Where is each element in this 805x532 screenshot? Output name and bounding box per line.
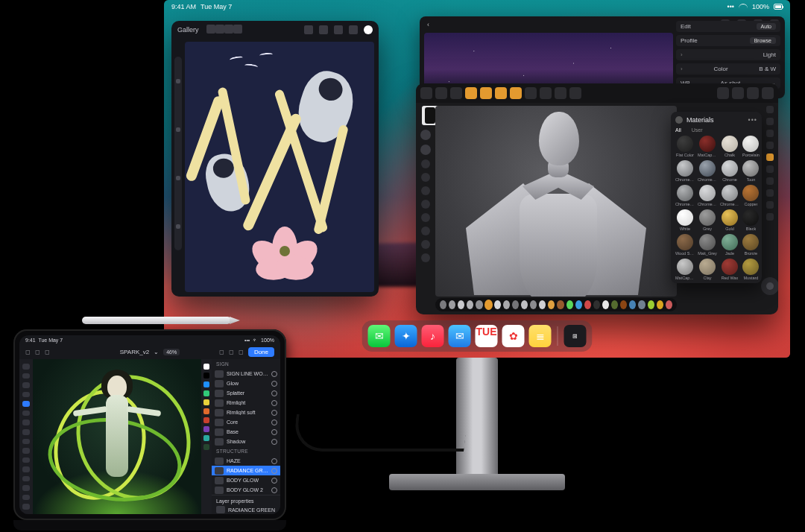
materials-more-icon[interactable]: ••• [748,116,757,124]
sculpt-app-window[interactable]: Materials ••• All User Flat ColorMatCap … [416,83,778,314]
select-tool[interactable] [22,373,30,379]
dock-app-safari[interactable]: ✦ [395,325,417,347]
brush-preset[interactable] [557,300,564,309]
eyedrop-tool[interactable] [22,485,30,491]
smudge-icon[interactable] [319,25,328,34]
material-item[interactable]: Red Wax [720,259,739,280]
home-icon[interactable] [420,87,432,99]
sculpt-tool-8[interactable] [421,240,430,249]
material-item[interactable]: Chalk [720,136,739,157]
menu-icon[interactable]: ◻ [35,349,40,355]
pencil-tool[interactable] [22,411,30,417]
brush-preset[interactable] [566,300,573,309]
layer-row[interactable]: Glow [212,379,280,388]
sculpt-option-1[interactable] [766,118,774,125]
sculpt-brush-bar[interactable] [435,298,677,311]
brush-preset[interactable] [611,300,618,309]
material-item[interactable]: Clay [698,259,717,280]
layer-row[interactable]: BODY GLOW [212,475,280,485]
gradient-tool[interactable] [22,476,30,482]
text-tool[interactable] [22,457,30,463]
brush-tool[interactable] [22,401,30,407]
layers-panel[interactable]: SIGN SIGN LINE WORKGlowSplatterRimlightR… [212,359,280,514]
material-item[interactable]: Flat Color [675,136,695,157]
sculpt-tool-4[interactable] [421,186,430,195]
visibility-toggle[interactable] [271,458,277,464]
material-item[interactable]: Chrome G… [675,185,695,206]
material-item[interactable]: White [675,209,695,231]
document-title[interactable]: SPARK_v2 [120,349,149,355]
paint-icon[interactable] [569,87,581,99]
visibility-toggle[interactable] [271,439,277,445]
brush-preset[interactable] [530,300,537,309]
home-icon[interactable]: ◻ [25,349,31,355]
sculpt-option-4[interactable] [766,153,774,161]
lasso-tool[interactable] [22,382,30,388]
layer-row[interactable]: Rimlight soft [212,408,280,417]
brush-preset[interactable] [584,300,591,309]
share-icon[interactable]: ◻ [239,349,244,355]
brush-preset[interactable] [539,300,546,309]
nav-cube-icon[interactable] [761,277,778,295]
done-button[interactable]: Done [248,347,274,357]
color-swatch[interactable] [203,444,209,450]
erase-icon[interactable] [334,25,343,34]
dock-app-photos[interactable]: ✿ [502,325,525,347]
material-item[interactable]: Porcelain [742,136,760,157]
undo-icon[interactable]: ◻ [45,349,50,355]
layer-row[interactable]: BODY GLOW 2 [212,485,280,495]
dock-app-music[interactable]: ♪ [422,325,444,347]
layer-row[interactable]: RADIANCE GREEN [212,466,280,475]
layer-row[interactable]: Splatter [212,388,280,398]
camera-icon[interactable] [450,87,462,99]
light-row[interactable]: › Light [676,49,780,60]
brush-preset[interactable] [467,300,473,309]
fill-tool[interactable] [22,429,30,435]
hand-tool[interactable] [22,495,30,501]
wand-icon[interactable] [206,25,215,34]
sculpt-option-8[interactable] [766,201,774,209]
visibility-toggle[interactable] [271,390,277,396]
brush-preset[interactable] [476,300,482,309]
visibility-toggle[interactable] [271,371,277,377]
visibility-toggle[interactable] [271,419,277,425]
visibility-toggle[interactable] [271,381,277,387]
brush-preset[interactable] [512,300,519,309]
select-icon[interactable] [215,25,224,34]
layer-row[interactable]: Base [212,427,280,437]
brush-preset[interactable] [440,300,446,309]
chevron-down-icon[interactable]: ⌄ [154,349,159,355]
brush-preset[interactable] [648,300,654,309]
materials-tab-user[interactable]: User [692,127,703,133]
profile-row[interactable]: Profile Browse [676,35,780,46]
dock-app-notes[interactable]: ≣ [529,325,552,347]
layers-icon[interactable] [349,25,358,34]
sculpt-tool-5[interactable] [421,200,430,209]
material-item[interactable]: Copper [742,185,760,206]
smudge-tool[interactable] [22,448,30,454]
color-swatch[interactable] [203,364,209,370]
layer-row[interactable]: Shadow [212,437,280,446]
color-swatch[interactable] [203,435,209,441]
scene-icon[interactable] [480,87,492,99]
material-item[interactable]: Grey [698,209,717,231]
dock-app-messages[interactable]: ✉ [368,325,391,347]
clone-tool[interactable] [22,439,30,445]
fx-icon[interactable] [732,87,744,99]
shape-tool[interactable] [22,466,30,472]
transform-icon[interactable] [233,25,242,34]
drawing-app-window[interactable]: Gallery [171,21,379,297]
layers-icon[interactable] [495,87,507,99]
dock-app-mail[interactable]: ✉ [449,325,471,347]
visibility-toggle[interactable] [271,487,277,493]
browse-button[interactable]: Browse [750,37,776,44]
brush-preset[interactable] [449,300,455,309]
render-icon[interactable] [555,87,566,99]
brush-preset[interactable] [666,300,672,309]
layer-row[interactable]: Rimlight [212,398,280,408]
material-item[interactable]: Chrome Br… [720,185,739,206]
sculpt-tool-0[interactable] [420,130,431,140]
more-icon[interactable]: ◻ [229,349,234,355]
brush-preset[interactable] [494,300,501,309]
sculpt-tool-1[interactable] [420,145,431,155]
